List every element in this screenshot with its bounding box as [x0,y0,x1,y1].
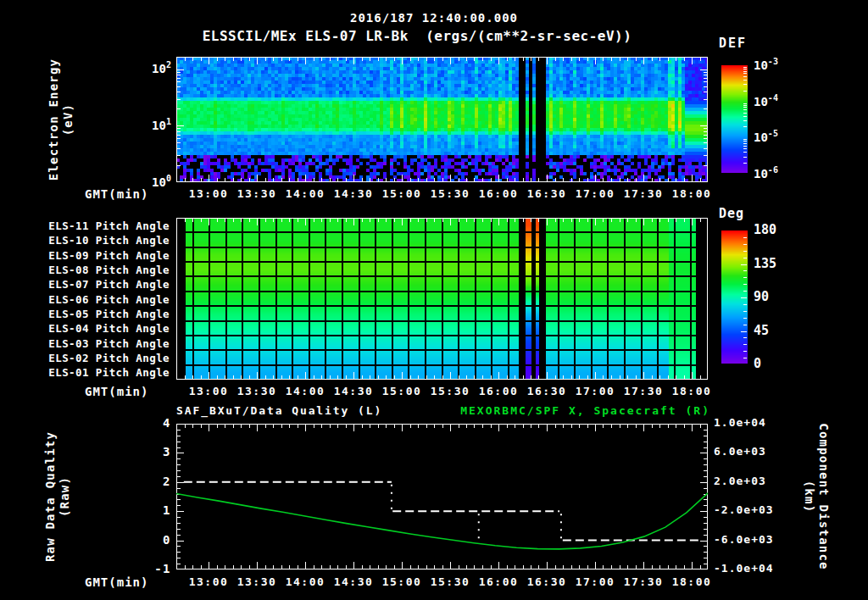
x-tick-label-row1: 15:00 [375,187,429,200]
energy-axis-label-text: Electron Energy [47,58,60,181]
x-tick-label-row2: 18:00 [665,385,719,397]
x-tick-label-row3: 18:00 [665,575,719,588]
distance-y-tick-2: 2.0e+03 [714,475,766,487]
row-label-els-11: ELS-11 Pitch Angle [47,219,170,233]
x-tick-label-row2: 16:00 [471,385,526,397]
x-tick-label-row2: 13:00 [181,385,236,397]
gmt-axis-label-2: GMT(min) [85,385,148,398]
energy-y-tick-1-exp: 1 [166,117,171,126]
gmt-axis-label-1: GMT(min) [85,187,148,201]
energy-y-tick-2: 100 [136,174,171,189]
energy-y-tick-0-exp: 2 [166,60,171,69]
def-colorbar-tick-2: 10-5 [754,129,778,144]
row-label-els-04: ELS-04 Pitch Angle [47,321,170,336]
distance-y-tick-3: -2.0e+03 [714,503,774,516]
distance-y-tick-4: -6.0e+03 [714,533,774,546]
x-tick-label-row2: 13:30 [230,385,284,397]
x-tick-label-row3: 14:00 [278,575,332,588]
instrument-label: ELSSCIL/MEx ELS-07 LR-Bk [203,28,409,44]
def-colorbar-tick-3-exp: -6 [768,165,778,175]
x-tick-label-row1: 14:30 [326,187,381,200]
x-tick-label-row3: 14:30 [326,575,381,588]
row-label-els-02: ELS-02 Pitch Angle [47,351,170,365]
deg-colorbar-tick-3: 45 [754,323,769,338]
quality-y-tick-3: 1 [142,503,171,517]
row-label-els-03: ELS-03 Pitch Angle [47,336,170,351]
deg-colorbar-tick-4: 0 [754,356,761,371]
quality-axis-unit: (Raw) [58,476,71,517]
x-tick-label-row3: 13:30 [230,575,284,588]
energy-axis-label: Electron Energy (eV) [47,58,75,181]
gmt-axis-label-3: GMT(min) [85,575,148,589]
flux-units-label: (ergs/(cm**2-sr-sec-eV)) [426,28,632,44]
def-colorbar-tick-1: 10-4 [754,93,778,108]
x-tick-label-row2: 17:00 [568,385,622,397]
distance-y-tick-5: -1.0e+04 [714,562,774,575]
energy-y-tick-2-exp: 0 [166,174,171,183]
quality-y-tick-4: 0 [142,533,171,547]
x-tick-label-row2: 15:30 [423,385,477,397]
x-tick-label-row3: 15:30 [423,575,477,588]
x-tick-label-row2: 14:30 [326,385,381,397]
x-tick-label-row1: 13:30 [230,187,284,200]
quality-distance-plot-canvas [176,424,708,569]
energy-y-tick-1: 101 [136,117,171,132]
x-tick-label-row3: 13:00 [181,575,236,588]
x-tick-label-row2: 15:00 [375,385,429,397]
deg-colorbar-tick-2: 90 [754,289,769,304]
bottom-title-left: SAF_BXuT/Data Quality (L) [176,404,382,417]
x-tick-label-row1: 14:00 [278,187,332,200]
def-colorbar-tick-3: 10-6 [754,165,778,181]
x-tick-label-row1: 16:30 [520,187,574,200]
energy-axis-unit: (eV) [61,103,75,136]
x-tick-label-row1: 15:30 [423,187,477,200]
colorbar-def-title: DEF [719,36,747,51]
x-tick-label-row1: 17:30 [616,187,670,200]
deg-colorbar-canvas [721,231,748,364]
quality-y-tick-5: -1 [142,562,171,575]
x-tick-label-row1: 18:00 [665,187,719,200]
x-tick-label-row1: 17:00 [568,187,622,200]
colorbar-deg-title: Deg [719,206,744,221]
def-colorbar-tick-0-exp: -3 [768,57,778,66]
pitch-angle-panel-canvas [176,218,708,380]
row-label-els-06: ELS-06 Pitch Angle [47,292,170,307]
page-title-datetime: 2016/187 12:40:00.000 [0,11,868,25]
x-tick-label-row3: 16:30 [520,575,574,588]
x-tick-label-row2: 14:00 [278,385,332,397]
x-tick-label-row2: 16:30 [520,385,574,397]
quality-y-tick-2: 2 [142,475,171,488]
def-colorbar-tick-1-exp: -4 [768,93,778,103]
plot-page: 2016/187 12:40:00.000 ELSSCIL/MEx ELS-07… [0,0,868,600]
row-label-els-01: ELS-01 Pitch Angle [47,365,170,380]
distance-axis-unit: (km) [803,481,816,514]
distance-axis-label: Component Distance (km) [802,423,831,569]
x-tick-label-row1: 16:00 [471,187,526,200]
x-tick-label-row3: 15:00 [375,575,429,588]
def-colorbar-canvas [721,65,748,174]
bottom-title-right: MEXORBMC/SPF X, Spacecraft (R) [407,404,710,417]
x-tick-label-row1: 13:00 [181,187,236,200]
quality-y-tick-1: 3 [142,445,171,458]
x-tick-label-row3: 17:00 [568,575,622,588]
row-label-els-09: ELS-09 Pitch Angle [47,248,170,263]
energy-spectrogram-canvas [176,57,708,182]
x-tick-label-row3: 17:30 [616,575,670,588]
x-tick-label-row3: 16:00 [471,575,526,588]
x-tick-label-row2: 17:30 [616,385,670,397]
distance-y-tick-0: 1.0e+04 [714,416,766,429]
distance-y-tick-1: 6.0e+03 [714,445,766,458]
row-label-els-08: ELS-08 Pitch Angle [47,263,170,277]
row-label-els-07: ELS-07 Pitch Angle [47,277,170,292]
def-colorbar-tick-2-exp: -5 [768,129,778,138]
row-label-els-05: ELS-05 Pitch Angle [47,307,170,321]
subtitle-spacer [409,28,426,44]
quality-axis-label-text: Raw Data Quality [43,431,57,562]
def-colorbar-tick-0: 10-3 [754,57,778,72]
deg-colorbar-tick-1: 135 [754,256,776,271]
row-label-els-10: ELS-10 Pitch Angle [47,233,170,247]
distance-axis-label-text: Component Distance [817,423,831,569]
energy-y-tick-0: 102 [136,60,171,75]
quality-y-tick-0: 4 [142,416,171,430]
deg-colorbar-tick-0: 180 [754,222,776,237]
